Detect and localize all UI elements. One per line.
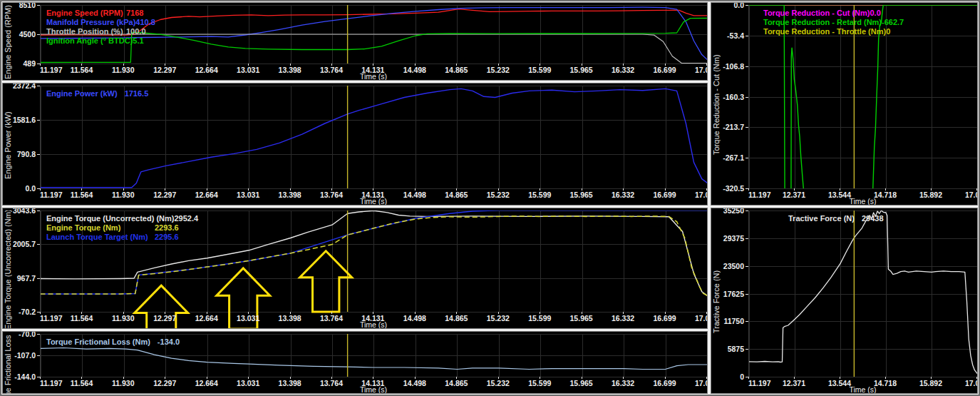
torque-reduction-y-tick-label: 0.0 (733, 2, 744, 9)
torque-reduction-y-tick-label: -160.3 (723, 93, 744, 101)
legend-row: Manifold Pressure (kPa)410.8 (46, 18, 155, 27)
engine-torque-x-axis-title: Time (s) (360, 320, 387, 329)
engine-torque-panel[interactable]: Engine Torque (Uncorrected) (Nm)3043.620… (2, 208, 708, 329)
engine-power-x-tick-label: 15.232 (487, 191, 510, 199)
legend-row: Torque Reduction - Throttle (Nm)0 (763, 27, 904, 36)
legend-row: Engine Torque (Uncorrected) (Nm)2952.4 (46, 214, 198, 223)
torque-frictional-loss-x-tick-label: 12.664 (195, 379, 218, 387)
tractive-force-x-tick-label: 13.544 (828, 379, 851, 387)
torque-reduction-y-axis-label: Torque Reduction - Cut (Nm) (711, 5, 721, 205)
tractive-force-legend: Tractive Force (N)29438 (788, 214, 884, 223)
engine-speed-x-tick-label: 16.332 (612, 66, 634, 74)
torque-frictional-loss-x-tick-label: 11.197 (40, 379, 63, 387)
torque-frictional-loss-x-tick-label: 15.232 (487, 379, 510, 387)
legend-label: Ignition Angle (° BTDC) (46, 36, 133, 46)
engine-speed-x-tick-label: 15.599 (528, 66, 551, 74)
torque-reduction-y-tick-label: -53.4 (727, 31, 744, 40)
engine-speed-x-tick-label: 13.764 (320, 66, 343, 74)
legend-row: Throttle Position (%)100.0 (46, 27, 155, 36)
engine-power-y-tick-label: 0.0 (25, 184, 36, 193)
engine-power-x-tick-label: 14.865 (445, 191, 468, 199)
engine-power-x-tick-label: 16.699 (653, 191, 676, 199)
tractive-force-panel[interactable]: Tractive Force (N)3525029375235001762511… (711, 208, 978, 394)
tractive-force-y-tick-label: 5875 (728, 345, 744, 353)
engine-torque-plot-area[interactable]: Engine Torque (Uncorrected) (Nm)2952.4En… (40, 210, 707, 312)
torque-frictional-loss-panel[interactable]: Torque Frictional Loss (Nm)-70.0-107.0-1… (2, 331, 708, 394)
engine-speed-x-tick-label: 13.031 (237, 66, 259, 74)
engine-power-x-tick-label: 11.930 (112, 191, 135, 199)
up-arrow-annotation (300, 251, 352, 312)
engine-torque-x-tick-label: 15.232 (487, 314, 510, 323)
torque-frictional-loss-plot-area[interactable]: Torque Frictional Loss (Nm)-134.0 (40, 334, 707, 377)
torque-reduction-plot-area[interactable]: Torque Reduction - Cut (Nm)0.0Torque Red… (748, 5, 977, 188)
legend-label: Torque Frictional Loss (Nm) (46, 337, 150, 347)
torque-frictional-loss-x-tick-label: 13.398 (279, 379, 301, 387)
engine-power-y-tick-label: 1581.6 (13, 116, 36, 124)
legend-row: Torque Reduction - Retard (Nm)-662.7 (763, 18, 904, 27)
torque-frictional-loss-x-tick-label: 14.865 (445, 379, 468, 387)
engine-torque-x-tick-label: 15.599 (528, 314, 551, 323)
telemetry-dashboard: Engine Speed (RPM)85104500489Engine Spee… (0, 0, 980, 396)
engine-speed-x-tick-label: 13.398 (279, 66, 301, 74)
legend-cursor-value: 2295.6 (155, 233, 179, 242)
torque-reduction-panel[interactable]: Torque Reduction - Cut (Nm)0.0-53.4-106.… (711, 2, 978, 205)
legend-label: Torque Reduction - Throttle (Nm) (763, 27, 886, 36)
engine-power-plot-area[interactable]: Engine Power (kW)1716.5 (40, 86, 707, 188)
engine-speed-x-tick-label: 15.965 (570, 66, 593, 74)
legend-label: Throttle Position (%) (46, 27, 126, 36)
legend-row: Tractive Force (N)29438 (788, 214, 884, 223)
engine-speed-y-ticks: 85104500489 (13, 5, 40, 64)
torque-frictional-loss-x-tick-label: 13.031 (237, 379, 259, 387)
legend-cursor-value: 2952.4 (174, 214, 198, 223)
engine-power-x-tick-label: 13.764 (320, 191, 343, 199)
engine-power-x-tick-label: 13.031 (237, 191, 259, 199)
legend-row: Torque Frictional Loss (Nm)-134.0 (46, 337, 180, 347)
torque-frictional-loss-x-tick-label: 15.965 (570, 379, 593, 387)
legend-cursor-value: 0.0 (870, 9, 881, 18)
legend-row: Engine Power (kW)1716.5 (46, 89, 148, 98)
torque-frictional-loss-x-tick-label: 16.699 (653, 379, 676, 387)
tractive-force-x-tick-label: 17.066 (965, 379, 978, 387)
torque-reduction-x-axis: 11.19712.37113.54414.71815.89217.066Time… (748, 188, 977, 205)
engine-power-x-axis: 11.19711.56411.93012.29712.66413.03113.3… (40, 188, 707, 205)
torque-reduction-x-tick-label: 17.066 (965, 191, 978, 199)
tractive-force-y-tick-label: 17625 (723, 290, 744, 298)
engine-torque-x-tick-label: 17.066 (695, 314, 708, 323)
engine-torque-x-tick-label: 13.764 (320, 314, 343, 323)
legend-row: Engine Torque (Nm)2293.6 (46, 223, 198, 233)
tractive-force-y-tick-label: 11750 (723, 317, 744, 325)
tractive-force-y-tick-label: 35250 (723, 208, 744, 215)
torque-frictional-loss-x-tick-label: 14.498 (403, 379, 426, 387)
engine-speed-x-axis-title: Time (s) (360, 72, 387, 81)
engine-power-y-tick-label: 790.8 (17, 150, 36, 158)
engine-speed-x-axis: 11.19711.56411.93012.29712.66413.03113.3… (40, 64, 707, 80)
engine-torque-y-tick-label: -70.2 (19, 308, 36, 316)
legend-cursor-value: 0 (886, 27, 890, 36)
engine-speed-x-tick-label: 16.699 (653, 66, 676, 74)
engine-power-panel[interactable]: Engine Power (kW)2372.41581.6790.80.0Eng… (2, 83, 708, 205)
legend-cursor-value: 100.0 (126, 27, 146, 36)
engine-power-x-tick-label: 11.564 (71, 191, 93, 199)
legend-cursor-value: 5.1 (133, 36, 143, 46)
engine-torque-x-tick-label: 15.965 (570, 314, 593, 323)
engine-speed-y-axis-label: Engine Speed (RPM) (3, 5, 13, 80)
engine-power-x-tick-label: 16.332 (612, 191, 634, 199)
engine-torque-x-tick-label: 11.197 (40, 314, 63, 323)
engine-speed-panel[interactable]: Engine Speed (RPM)85104500489Engine Spee… (2, 2, 708, 81)
legend-label: Manifold Pressure (kPa) (46, 18, 135, 27)
tractive-force-x-tick-label: 11.197 (748, 379, 771, 387)
torque-frictional-loss-y-tick-label: -70.0 (19, 331, 36, 338)
engine-speed-plot-area[interactable]: Engine Speed (RPM)7168Manifold Pressure … (40, 5, 707, 64)
tractive-force-plot-area[interactable]: Tractive Force (N)29438 (748, 210, 977, 377)
torque-reduction-x-tick-label: 11.197 (748, 191, 771, 199)
engine-power-x-tick-label: 11.197 (40, 191, 63, 199)
engine-torque-x-tick-label: 16.332 (612, 314, 634, 323)
torque-reduction-y-tick-label: -320.5 (723, 184, 744, 193)
torque-reduction-y-tick-label: -106.8 (723, 62, 744, 71)
legend-label: Engine Torque (Uncorrected) (Nm) (46, 214, 174, 223)
engine-speed-x-tick-label: 11.564 (71, 66, 93, 74)
tractive-force-x-tick-label: 14.718 (874, 379, 897, 387)
engine-torque-x-tick-label: 11.930 (112, 314, 135, 323)
torque-reduction-x-tick-label: 15.892 (919, 191, 942, 199)
engine-torque-y-axis-label: Engine Torque (Uncorrected) (Nm) (3, 210, 13, 328)
